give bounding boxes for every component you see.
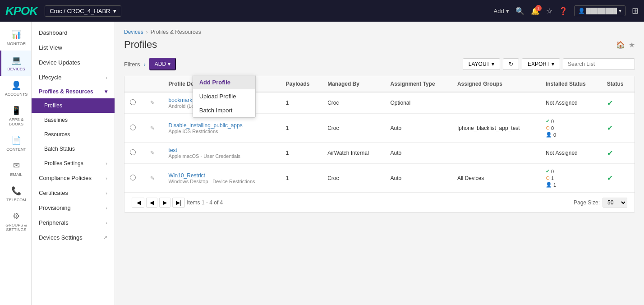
row-edit: ✎ <box>145 114 163 143</box>
row3-installed-status: Not Assigned <box>540 143 602 164</box>
page-first-button[interactable]: |◀ <box>132 198 144 208</box>
sidebar-item-devices[interactable]: 💻 DEVICES <box>0 51 31 76</box>
favorites-icon[interactable]: ☆ <box>546 7 552 15</box>
notifications-icon[interactable]: 🔔 1 <box>531 7 540 15</box>
nav-profiles-resources[interactable]: Profiles & Resources ▾ <box>32 85 115 98</box>
sidebar-item-monitor[interactable]: 📊 MONITOR <box>0 25 31 51</box>
row3-payloads: 1 <box>281 143 322 164</box>
row2-profile-link[interactable]: Disable_installing_public_apps <box>169 122 243 129</box>
refresh-button[interactable]: ↻ <box>503 58 519 70</box>
row1-edit-icon[interactable]: ✎ <box>150 100 155 106</box>
row4-status-icon: ✔ <box>607 174 613 182</box>
sidebar-item-accounts[interactable]: 👤 ACCOUNTS <box>0 76 31 101</box>
nav-list-view[interactable]: List View <box>32 40 115 55</box>
nav-provisioning[interactable]: Provisioning › <box>32 200 115 215</box>
sidebar-item-telecom[interactable]: 📞 TELECOM <box>0 181 31 207</box>
row3-edit-icon[interactable]: ✎ <box>150 150 155 156</box>
row4-profile-details: Win10_Restrict Windows Desktop - Device … <box>163 164 281 193</box>
items-label: Items 1 - 4 of 4 <box>187 199 223 206</box>
sidebar-item-content[interactable]: 📄 CONTENT <box>0 131 31 156</box>
row2-warn-count: ⊖ 0 <box>546 125 596 131</box>
sidebar-item-groups-settings[interactable]: ⚙ GROUPS &SETTINGS <box>0 207 31 236</box>
row4-edit-icon[interactable]: ✎ <box>150 175 155 181</box>
row1-profile-link[interactable]: bookmarks <box>169 97 195 103</box>
bookmark-star-icon[interactable]: ★ <box>629 41 635 49</box>
add-button[interactable]: ADD ▾ <box>149 58 176 70</box>
row4-status-counts: ✔ 0 ⊖ 1 👤 1 <box>546 168 596 188</box>
row3-managed-by: AirWatch Internal <box>322 143 385 164</box>
layout-button[interactable]: LAYOUT ▾ <box>463 58 500 70</box>
nav-compliance-policies[interactable]: Compliance Policies › <box>32 171 115 185</box>
header-add-button[interactable]: Add ▾ <box>494 8 509 14</box>
add-dropdown: Add Profile Upload Profile Batch Import <box>193 75 256 118</box>
page-next-button[interactable]: ▶ <box>159 198 170 208</box>
row4-person-count: 👤 1 <box>546 182 596 188</box>
search-icon[interactable]: 🔍 <box>515 7 524 15</box>
certificates-chevron: › <box>106 190 107 196</box>
table-row: ✎ Disable_installing_public_apps Apple i… <box>124 114 635 143</box>
row2-profile-sub: Apple iOS Restrictions <box>169 129 275 134</box>
row-radio <box>124 164 145 193</box>
row2-edit-icon[interactable]: ✎ <box>150 125 155 131</box>
apps-grid-icon[interactable]: ⊞ <box>632 6 639 16</box>
nav-profiles-settings[interactable]: Profiles Settings › <box>32 156 115 171</box>
row4-profile-link[interactable]: Win10_Restrict <box>169 172 205 179</box>
row4-installed-status: ✔ 0 ⊖ 1 👤 1 <box>540 164 602 193</box>
nav-lifecycle[interactable]: Lifecycle › <box>32 70 115 85</box>
row1-radio[interactable] <box>130 99 136 105</box>
page-last-button[interactable]: ▶| <box>172 198 185 208</box>
nav-dashboard[interactable]: Dashboard <box>32 25 115 40</box>
nav-resources[interactable]: Resources <box>32 127 115 142</box>
row2-status-icon: ✔ <box>607 124 613 132</box>
page-size-label: Page Size: <box>574 199 600 206</box>
row3-profile-link[interactable]: test <box>169 147 177 153</box>
row-edit: ✎ <box>145 164 163 193</box>
nav-device-updates[interactable]: Device Updates <box>32 55 115 70</box>
page-navigation: |◀ ◀ ▶ ▶| Items 1 - 4 of 4 <box>132 198 223 208</box>
top-header: KPOK Croc / CROC_4_HABR ▾ Add ▾ 🔍 🔔 1 ☆ … <box>0 0 644 22</box>
row2-radio[interactable] <box>130 125 136 130</box>
nav-certificates[interactable]: Certificates › <box>32 185 115 200</box>
pagination-row: |◀ ◀ ▶ ▶| Items 1 - 4 of 4 Page Size: 50… <box>124 193 635 212</box>
row4-managed-by: Croc <box>322 164 385 193</box>
nav-peripherals[interactable]: Peripherals › <box>32 215 115 230</box>
row-radio <box>124 92 145 114</box>
nav-baselines[interactable]: Baselines <box>32 113 115 127</box>
export-button[interactable]: EXPORT ▾ <box>522 58 560 70</box>
nav-batch-status[interactable]: Batch Status <box>32 142 115 156</box>
row2-assigned-groups: Iphone_blacklist_app_test <box>452 114 540 143</box>
dropdown-add-profile[interactable]: Add Profile <box>193 75 255 89</box>
page-size-select[interactable]: 50 25 100 <box>603 198 627 208</box>
row4-assigned-groups: All Devices <box>452 164 540 193</box>
row3-profile-sub: Apple macOS - User Credentials <box>169 153 275 159</box>
dropdown-batch-import[interactable]: Batch Import <box>193 103 255 117</box>
toolbar-right: LAYOUT ▾ ↻ EXPORT ▾ <box>463 58 635 70</box>
nav-devices-settings[interactable]: Devices Settings ↗ <box>32 230 115 245</box>
row3-status-icon: ✔ <box>607 149 613 157</box>
main-container: 📊 MONITOR 💻 DEVICES 👤 ACCOUNTS 📱 APPS &B… <box>0 22 644 305</box>
page-prev-button[interactable]: ◀ <box>146 198 157 208</box>
sidebar-item-apps[interactable]: 📱 APPS &BOOKS <box>0 101 31 131</box>
refresh-icon: ↻ <box>509 61 513 67</box>
org-selector[interactable]: Croc / CROC_4_HABR ▾ <box>45 5 121 17</box>
external-link-icon: ↗ <box>103 235 107 240</box>
col-status: Status <box>602 76 635 92</box>
nav-sidebar: Dashboard List View Device Updates Lifec… <box>32 22 115 305</box>
row1-assignment-type: Optional <box>385 92 451 114</box>
dropdown-upload-profile[interactable]: Upload Profile <box>193 89 255 103</box>
row2-status-counts: ✔ 0 ⊖ 0 👤 0 <box>546 118 596 138</box>
sidebar-item-email[interactable]: ✉ EMAIL <box>0 156 31 181</box>
row4-radio[interactable] <box>130 175 136 180</box>
search-input[interactable] <box>563 58 635 70</box>
add-btn-container: ADD ▾ Add Profile Upload Profile Batch I… <box>149 58 176 70</box>
row3-radio[interactable] <box>130 149 136 155</box>
user-menu[interactable]: 👤 ████████ ▾ <box>574 5 626 16</box>
help-icon[interactable]: ❓ <box>559 7 568 15</box>
home-icon[interactable]: 🏠 <box>616 41 625 49</box>
page-title-row: Profiles 🏠 ★ <box>124 39 635 51</box>
toolbar: Filters › ADD ▾ Add Profile Upload Profi… <box>124 58 635 70</box>
filters-arrow[interactable]: › <box>143 61 145 68</box>
accounts-icon: 👤 <box>11 80 21 90</box>
nav-profiles[interactable]: Profiles <box>32 98 115 113</box>
breadcrumb-devices[interactable]: Devices <box>124 29 143 35</box>
